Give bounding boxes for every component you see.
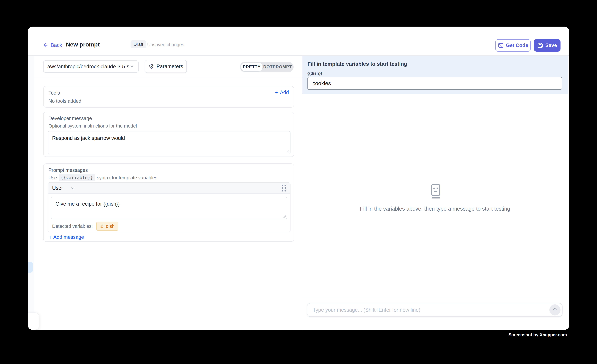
chevron-down-icon	[130, 64, 134, 69]
syntax-prefix: Use	[48, 175, 57, 180]
variable-badge-dish[interactable]: dish	[96, 222, 118, 231]
add-tool-button[interactable]: + Add	[275, 90, 289, 95]
chat-divider	[302, 298, 569, 298]
toggle-option-dotprompt[interactable]: DOTPROMPT	[263, 65, 293, 69]
get-code-button[interactable]: Get Code	[495, 39, 531, 52]
variable-badge-label: dish	[106, 223, 115, 229]
model-selector[interactable]: aws/anthropic/bedrock-claude-3-5-s...	[43, 61, 139, 73]
message-block: User Give me a recipe for {{dish}} Detec…	[48, 182, 291, 232]
chat-message-input[interactable]	[307, 303, 546, 316]
chevron-down-icon[interactable]	[71, 186, 75, 190]
model-selector-value: aws/anthropic/bedrock-claude-3-5-s...	[47, 64, 130, 69]
toggle-option-pretty[interactable]: PRETTY	[241, 63, 263, 71]
sidebar-selected-item[interactable]	[28, 262, 33, 273]
panel-divider	[302, 56, 302, 330]
arrow-left-icon	[43, 42, 48, 48]
save-label: Save	[545, 43, 557, 48]
syntax-suffix: syntax for template variables	[97, 175, 157, 180]
watermark-text: Screenshot by Xnapper.com	[509, 332, 567, 337]
template-variables-title: Fill in template variables to start test…	[307, 61, 407, 67]
developer-message-title: Developer message	[48, 116, 92, 121]
dish-variable-input[interactable]	[307, 77, 562, 90]
user-message-textarea[interactable]: Give me a recipe for {{dish}}	[51, 197, 287, 219]
plus-icon: +	[275, 90, 279, 95]
tools-card: Tools + Add No tools added	[43, 86, 294, 108]
empty-state-text: Fill in the variables above, then type a…	[302, 206, 568, 212]
gear-icon: ⚙	[149, 63, 154, 69]
message-header: User	[48, 183, 290, 194]
collapsed-sidebar-strip	[28, 56, 34, 312]
dish-variable-label: {{dish}}	[307, 71, 322, 76]
get-code-label: Get Code	[506, 43, 528, 48]
robot-face-icon	[429, 184, 442, 199]
edge-popover-card	[28, 312, 39, 330]
variable-syntax-hint: Use {{variable}} syntax for template var…	[48, 174, 157, 181]
tools-empty-text: No tools added	[48, 98, 81, 104]
save-icon	[537, 43, 543, 48]
template-variables-panel: Fill in template variables to start test…	[302, 56, 568, 94]
drag-handle-icon[interactable]	[282, 185, 286, 191]
detected-variables-row: Detected variables: dish	[52, 222, 118, 231]
tools-title: Tools	[48, 90, 60, 96]
page-title: New prompt	[66, 41, 100, 48]
back-label: Back	[51, 42, 62, 48]
developer-message-textarea[interactable]: Respond as jack sparrow would	[48, 131, 291, 154]
unsaved-changes-text: Unsaved changes	[147, 42, 184, 47]
parameters-button[interactable]: ⚙ Parameters	[145, 60, 187, 73]
role-select[interactable]: User	[52, 185, 63, 191]
back-button[interactable]: Back	[43, 42, 62, 48]
terminal-icon	[498, 42, 504, 48]
status-badge: Draft	[131, 40, 146, 48]
developer-message-card: Developer message Optional system instru…	[43, 112, 294, 157]
parameters-label: Parameters	[157, 64, 183, 69]
pencil-icon	[100, 224, 104, 228]
add-tool-label: Add	[280, 90, 289, 95]
variable-code-chip: {{variable}}	[59, 174, 95, 181]
prompt-messages-card: Prompt messages Use {{variable}} syntax …	[43, 163, 294, 242]
format-toggle: PRETTY DOTPROMPT	[240, 62, 294, 72]
save-button[interactable]: Save	[534, 39, 560, 52]
toolbar-divider	[28, 77, 302, 77]
add-message-label: Add message	[53, 234, 84, 240]
chat-input-bar	[307, 303, 563, 317]
prompt-messages-title: Prompt messages	[48, 167, 88, 173]
detected-variables-label: Detected variables:	[52, 223, 93, 229]
send-button[interactable]	[549, 304, 560, 316]
app-window: Back New prompt Draft Unsaved changes Ge…	[28, 27, 569, 330]
add-message-button[interactable]: + Add message	[48, 234, 84, 240]
plus-icon: +	[48, 235, 52, 239]
arrow-up-icon	[552, 307, 558, 313]
developer-message-subtitle: Optional system instructions for the mod…	[48, 123, 137, 129]
